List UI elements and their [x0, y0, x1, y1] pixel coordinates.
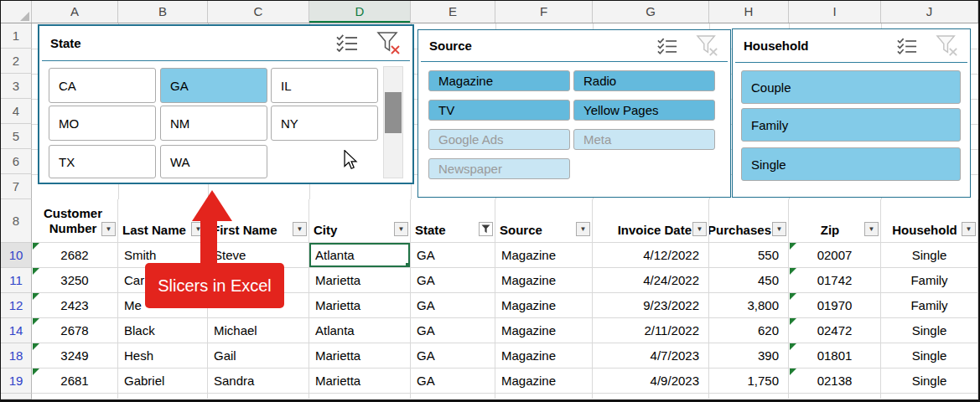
cell-state[interactable]: GA	[411, 268, 495, 293]
filter-dropdown-button[interactable]: ▼	[101, 222, 116, 236]
fill-handle[interactable]	[406, 263, 410, 267]
col-header-H[interactable]: H	[709, 1, 789, 23]
row-header-5[interactable]: 5	[1, 124, 32, 149]
cell-invoice-date[interactable]: 4/24/2022	[593, 268, 709, 293]
slicer-item-tv[interactable]: TV	[428, 100, 570, 121]
cell-invoice-date[interactable]: 4/9/2023	[593, 368, 709, 394]
multi-select-icon[interactable]	[336, 34, 358, 52]
col-header-I[interactable]: I	[789, 1, 881, 23]
cell-source[interactable]: Magazine	[495, 318, 593, 343]
row-header-14[interactable]: 14	[1, 318, 32, 343]
slicer-item-couple[interactable]: Couple	[741, 70, 961, 104]
cell-source[interactable]: Magazine	[495, 343, 593, 368]
slicer-item-google-ads[interactable]: Google Ads	[428, 129, 570, 150]
cell-purchases[interactable]: 390	[709, 343, 789, 368]
row-header-12[interactable]: 12	[1, 293, 32, 318]
slicer-item-tx[interactable]: TX	[49, 145, 156, 178]
row-header-6[interactable]: 6	[1, 149, 32, 174]
row-header-8[interactable]: 8	[1, 199, 32, 243]
cell-customer-number[interactable]: 3250	[32, 268, 118, 293]
row-header-4[interactable]: 4	[1, 99, 32, 124]
filter-dropdown-button[interactable]: ▼	[864, 222, 879, 236]
slicer-item-mo[interactable]: MO	[49, 106, 156, 141]
cell-source[interactable]: Magazine	[495, 268, 593, 293]
th-customer-number[interactable]: Customer Number▼	[32, 199, 118, 243]
filter-dropdown-button[interactable]: ▼	[293, 222, 307, 236]
scrollbar-thumb[interactable]	[385, 92, 402, 133]
cell-source[interactable]: Magazine	[495, 368, 593, 394]
cell-state[interactable]: GA	[411, 368, 495, 394]
th-zip[interactable]: Zip▼	[789, 199, 881, 243]
th-household[interactable]: Household▼	[881, 199, 978, 243]
col-header-D[interactable]: D	[309, 1, 411, 23]
slicer-item-ga[interactable]: GA	[160, 68, 267, 103]
col-header-G[interactable]: G	[593, 1, 709, 23]
filter-applied-funnel-button[interactable]	[479, 222, 493, 236]
cell-zip[interactable]: 01801	[789, 343, 881, 368]
slicer-item-yellow-pages[interactable]: Yellow Pages	[573, 100, 715, 121]
cell-source[interactable]: Magazine	[495, 243, 593, 268]
filter-dropdown-button[interactable]: ▼	[962, 222, 976, 236]
cell-household[interactable]: Single	[881, 343, 978, 368]
cell-invoice-date[interactable]: 4/12/2022	[593, 243, 709, 268]
cell-customer-number[interactable]: 2682	[32, 243, 118, 268]
cell-customer-number[interactable]: 3249	[32, 343, 118, 368]
cell-invoice-date[interactable]: 4/7/2023	[593, 343, 709, 368]
row-header-3[interactable]: 3	[1, 74, 32, 99]
clear-filter-icon[interactable]	[376, 32, 402, 55]
slicer-item-wa[interactable]: WA	[160, 145, 267, 178]
row-header-11[interactable]: 11	[1, 268, 32, 293]
row-header-10[interactable]: 10	[1, 243, 32, 268]
cell-city[interactable]: Marietta	[309, 368, 411, 394]
cell-household[interactable]: Single	[881, 243, 978, 268]
col-header-J[interactable]: J	[881, 1, 978, 23]
select-all-button[interactable]	[1, 1, 32, 23]
col-header-C[interactable]: C	[208, 1, 309, 23]
th-invoice-date[interactable]: Invoice Date▼	[593, 199, 709, 243]
th-city[interactable]: City▼	[309, 199, 411, 243]
household-slicer[interactable]: Household Couple Family Single	[732, 28, 971, 198]
cell-household[interactable]: Family	[881, 293, 978, 318]
row-header-19[interactable]: 19	[1, 368, 32, 394]
cell-last-name[interactable]: Hesh	[118, 343, 208, 368]
cell-customer-number[interactable]: 2423	[32, 293, 118, 318]
cell-purchases[interactable]: 1,750	[709, 368, 789, 394]
cell-state[interactable]: GA	[411, 243, 495, 268]
cell-customer-number[interactable]: 2681	[32, 368, 118, 394]
cell-city[interactable]: Marietta	[309, 293, 411, 318]
multi-select-icon[interactable]	[897, 38, 917, 54]
th-state[interactable]: State	[411, 199, 495, 243]
col-header-F[interactable]: F	[495, 1, 593, 23]
cell-invoice-date[interactable]: 2/11/2022	[593, 318, 709, 343]
cell-zip[interactable]: 02472	[789, 318, 881, 343]
filter-dropdown-button[interactable]: ▼	[576, 222, 590, 236]
filter-dropdown-button[interactable]: ▼	[692, 222, 707, 236]
cell-household[interactable]: Family	[881, 268, 978, 293]
cell-state[interactable]: GA	[411, 318, 495, 343]
slicer-item-meta[interactable]: Meta	[573, 129, 715, 150]
col-header-E[interactable]: E	[411, 1, 495, 23]
slicer-item-ny[interactable]: NY	[271, 106, 378, 141]
col-header-A[interactable]: A	[32, 1, 118, 23]
row-header-2[interactable]: 2	[1, 49, 32, 74]
slicer-item-nm[interactable]: NM	[160, 106, 267, 141]
cell-city[interactable]: Marietta	[309, 268, 411, 293]
col-header-B[interactable]: B	[118, 1, 208, 23]
cell-purchases[interactable]: 620	[709, 318, 789, 343]
filter-dropdown-button[interactable]: ▼	[394, 222, 408, 236]
callout-arrow-shaft[interactable]	[200, 217, 217, 265]
cell-city[interactable]: Atlanta	[309, 318, 411, 343]
slicer-item-single[interactable]: Single	[741, 147, 961, 181]
slicer-item-newspaper[interactable]: Newspaper	[428, 158, 570, 179]
th-source[interactable]: Source▼	[495, 199, 593, 243]
selected-cell-city[interactable]: Atlanta	[309, 243, 411, 268]
slicer-scrollbar[interactable]	[383, 66, 403, 178]
cell-invoice-date[interactable]: 9/23/2022	[593, 293, 709, 318]
cell-state[interactable]: GA	[411, 293, 495, 318]
cell-purchases[interactable]: 550	[709, 243, 789, 268]
callout-box[interactable]: Slicers in Excel	[145, 263, 284, 308]
filter-dropdown-button[interactable]: ▼	[772, 222, 786, 236]
row-header-7[interactable]: 7	[1, 174, 32, 199]
cell-household[interactable]: Single	[881, 368, 978, 394]
cell-first-name[interactable]: Michael	[208, 318, 309, 343]
